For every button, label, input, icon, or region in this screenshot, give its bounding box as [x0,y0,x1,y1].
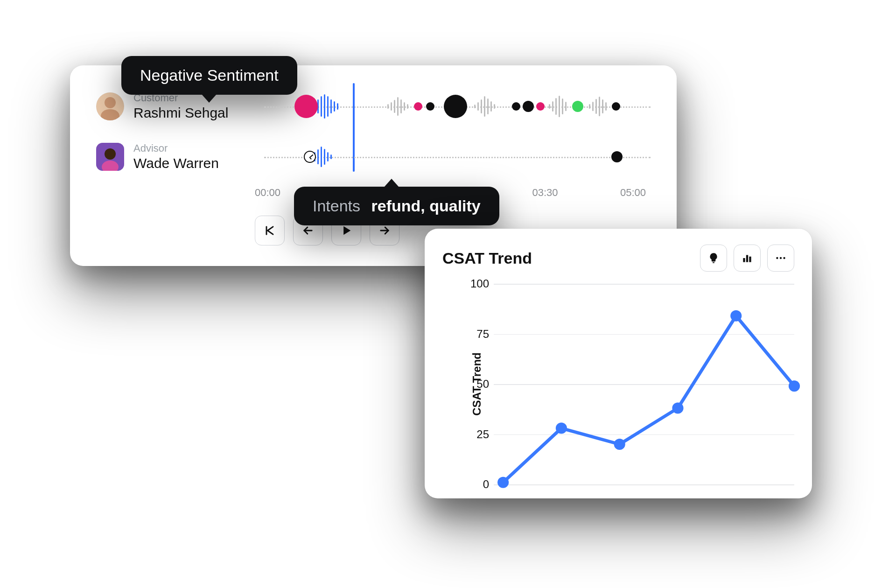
arrow-right-icon [378,224,391,237]
svg-rect-11 [743,258,745,262]
more-options-button[interactable] [767,245,794,272]
skip-start-icon [263,224,276,237]
chart-ytick: 0 [463,478,489,491]
arrow-left-icon [301,224,315,237]
more-horizontal-icon [775,252,787,264]
svg-point-16 [783,257,785,259]
svg-point-21 [730,310,742,322]
sentiment-tooltip: Negative Sentiment [121,56,297,95]
svg-point-4 [105,148,116,160]
advisor-role-label: Advisor [133,142,255,154]
sentiment-marker-negative[interactable] [294,95,318,118]
svg-rect-12 [746,255,748,262]
advisor-meta: Advisor Wade Warren [133,142,255,171]
chart-body: CSAT Trend 0255075100 [442,284,794,484]
svg-marker-8 [343,226,350,235]
advisor-name: Wade Warren [133,155,255,171]
advisor-waveform-track[interactable] [264,143,651,171]
svg-rect-10 [713,262,714,263]
chart-ytick: 100 [463,277,489,290]
time-tick: 05:00 [620,187,646,203]
skip-start-button[interactable] [255,216,285,245]
lightbulb-icon [707,252,720,264]
event-marker[interactable] [536,102,545,111]
svg-point-20 [672,403,683,414]
intents-tooltip-value: refund, quality [371,197,481,215]
advisor-avatar [96,143,124,171]
chart-plot [494,284,794,484]
svg-rect-13 [749,257,751,262]
sentiment-tooltip-text: Negative Sentiment [140,66,279,84]
time-tick: 00:00 [255,187,280,203]
svg-point-22 [789,380,800,392]
customer-avatar [96,92,124,120]
intents-tooltip: Intents refund, quality [294,187,499,225]
bar-chart-icon [741,252,753,264]
svg-point-17 [497,477,509,488]
advisor-row: Advisor Wade Warren [96,138,651,175]
svg-point-14 [776,257,778,259]
customer-name: Rashmi Sehgal [133,105,255,121]
intents-marker[interactable] [444,95,467,118]
sentiment-marker-positive[interactable] [572,101,583,112]
svg-point-15 [780,257,782,259]
insights-button[interactable] [700,245,727,272]
chart-header: CSAT Trend [442,245,794,272]
event-marker[interactable] [612,102,620,111]
clock-icon [304,151,316,163]
intents-tooltip-label: Intents [313,197,360,215]
chart-ytick: 25 [463,428,489,441]
customer-waveform-track[interactable] [264,92,651,120]
svg-point-18 [556,423,567,434]
chart-ytick: 50 [463,378,489,391]
svg-point-19 [614,439,625,450]
chart-title: CSAT Trend [442,249,693,267]
event-marker[interactable] [611,151,623,162]
chart-type-button[interactable] [734,245,761,272]
event-marker[interactable] [512,102,520,111]
time-tick: 03:30 [532,187,558,203]
csat-trend-card: CSAT Trend CSAT Trend 0255075100 [425,229,812,498]
svg-point-1 [105,97,116,108]
event-marker[interactable] [426,102,434,111]
chart-ytick: 75 [463,328,489,341]
event-marker[interactable] [414,102,422,111]
event-marker[interactable] [523,101,534,112]
customer-meta: Customer Rashmi Sehgal [133,92,255,121]
play-icon [340,224,353,237]
